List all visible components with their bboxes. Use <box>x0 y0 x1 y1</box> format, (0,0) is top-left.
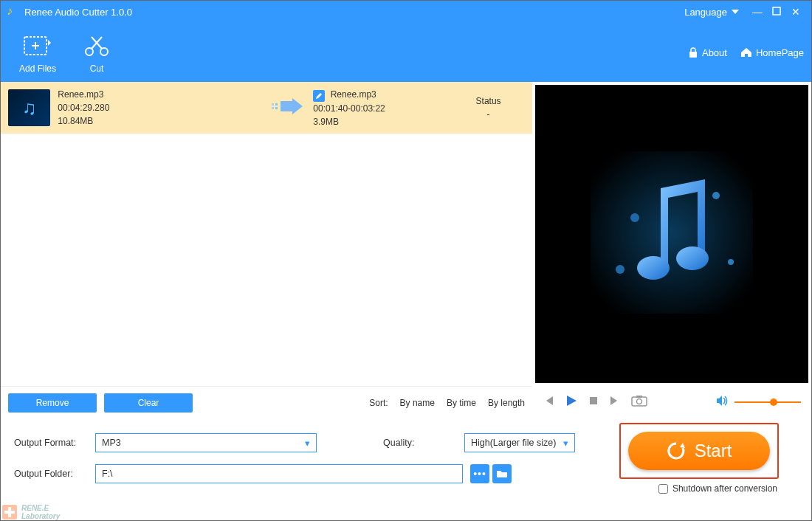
refresh-icon <box>667 441 686 460</box>
snapshot-button[interactable] <box>631 395 647 410</box>
start-highlight: Start <box>619 423 779 479</box>
add-files-button[interactable]: Add Files <box>8 31 67 74</box>
title-bar: Renee Audio Cutter 1.0.0 Language — ✕ <box>1 1 811 23</box>
quality-value: High(Larger file size) <box>471 438 556 448</box>
brand-line1: RENE.E <box>21 504 60 512</box>
remove-button[interactable]: Remove <box>8 393 97 413</box>
status-value: - <box>452 108 525 121</box>
svg-point-18 <box>637 399 642 404</box>
about-link[interactable]: About <box>688 46 727 58</box>
svg-rect-7 <box>272 107 274 109</box>
homepage-link[interactable]: HomePage <box>740 47 804 58</box>
svg-point-2 <box>86 48 93 55</box>
work-area: ♫ Renee.mp3 00:04:29.280 10.84MB Renee.m… <box>1 82 811 418</box>
shutdown-label: Shutdown after conversion <box>672 483 777 494</box>
prev-button[interactable] <box>543 395 554 410</box>
browse-button[interactable]: ••• <box>470 464 489 483</box>
status-header: Status <box>452 94 525 108</box>
chevron-down-icon <box>732 10 739 14</box>
output-file-name: Renee.mp3 <box>331 89 376 100</box>
open-folder-button[interactable] <box>492 464 512 483</box>
sort-controls: Sort: By name By time By length <box>369 398 525 408</box>
sort-by-name[interactable]: By name <box>400 398 435 408</box>
list-footer: Remove Clear Sort: By name By time By le… <box>1 386 532 418</box>
home-icon <box>740 47 752 58</box>
sort-label: Sort: <box>369 398 388 408</box>
close-button[interactable]: ✕ <box>786 6 805 18</box>
quality-combo[interactable]: High(Larger file size) ▾ <box>464 433 575 452</box>
file-list-pane: ♫ Renee.mp3 00:04:29.280 10.84MB Renee.m… <box>1 82 532 418</box>
brand-cross-icon <box>2 505 17 520</box>
svg-point-12 <box>616 265 625 274</box>
sort-by-length[interactable]: By length <box>488 398 525 408</box>
output-folder-input[interactable]: F:\ <box>95 464 463 483</box>
preview-pane <box>532 82 811 418</box>
source-file-size: 10.84MB <box>58 114 262 128</box>
svg-rect-4 <box>689 52 697 58</box>
next-button[interactable] <box>609 395 621 410</box>
svg-point-13 <box>728 259 734 265</box>
svg-rect-9 <box>591 151 753 314</box>
cut-button[interactable]: Cut <box>67 31 126 74</box>
svg-point-11 <box>712 192 720 199</box>
svg-point-14 <box>637 256 670 280</box>
file-thumbnail: ♫ <box>8 89 50 126</box>
svg-rect-19 <box>636 396 642 398</box>
sort-by-time[interactable]: By time <box>447 398 476 408</box>
brand-line2: Laboratory <box>21 512 60 520</box>
about-label: About <box>702 47 727 58</box>
preview-viewport <box>535 85 808 383</box>
svg-point-15 <box>676 246 709 270</box>
svg-rect-16 <box>590 397 597 404</box>
stop-button[interactable] <box>588 396 599 409</box>
cut-label: Cut <box>90 63 104 74</box>
maximize-button[interactable] <box>767 6 786 18</box>
output-file-size: 3.9MB <box>313 115 444 128</box>
language-dropdown[interactable]: Language <box>684 7 739 18</box>
music-note-icon: ♫ <box>22 97 37 120</box>
output-folder-value: F:\ <box>102 469 113 479</box>
play-button[interactable] <box>565 394 578 410</box>
start-button[interactable]: Start <box>628 432 770 470</box>
quality-label: Quality: <box>383 438 457 448</box>
homepage-label: HomePage <box>756 47 804 58</box>
output-format-combo[interactable]: MP3 ▾ <box>95 433 317 452</box>
volume-control[interactable] <box>715 395 801 410</box>
file-list-empty <box>1 134 532 386</box>
source-file-info: Renee.mp3 00:04:29.280 10.84MB <box>58 88 262 128</box>
preview-artwork <box>591 151 753 317</box>
output-file-range: 00:01:40-00:03:22 <box>313 102 444 115</box>
scissors-icon <box>82 31 111 61</box>
source-file-duration: 00:04:29.280 <box>58 101 262 114</box>
brand-watermark: RENE.E Laboratory <box>2 504 60 520</box>
clear-button[interactable]: Clear <box>104 393 193 413</box>
minimize-button[interactable]: — <box>748 6 767 18</box>
shutdown-check-input[interactable] <box>658 484 668 494</box>
output-format-label: Output Format: <box>14 438 88 448</box>
bottom-panel: Output Format: MP3 ▾ Quality: High(Large… <box>1 418 811 521</box>
add-files-icon <box>23 31 52 61</box>
toolbar: Add Files Cut About HomePage <box>1 23 811 82</box>
volume-slider[interactable] <box>734 401 801 403</box>
chevron-down-icon: ▾ <box>305 438 310 449</box>
file-row[interactable]: ♫ Renee.mp3 00:04:29.280 10.84MB Renee.m… <box>1 82 532 134</box>
svg-point-10 <box>630 213 639 222</box>
lock-icon <box>688 46 698 58</box>
svg-rect-0 <box>773 7 780 15</box>
start-label: Start <box>695 441 732 461</box>
shutdown-checkbox[interactable]: Shutdown after conversion <box>658 483 777 494</box>
toolbar-links: About HomePage <box>688 46 804 58</box>
output-format-value: MP3 <box>102 438 121 448</box>
svg-rect-8 <box>275 107 278 109</box>
source-file-name: Renee.mp3 <box>58 88 262 101</box>
svg-point-3 <box>100 48 108 55</box>
app-logo-icon <box>7 6 18 18</box>
edit-icon[interactable] <box>313 90 325 102</box>
add-files-label: Add Files <box>19 63 56 74</box>
svg-rect-5 <box>272 103 274 106</box>
svg-rect-6 <box>275 103 278 106</box>
app-title: Renee Audio Cutter 1.0.0 <box>24 7 684 18</box>
arrow-icon <box>269 97 306 118</box>
chevron-down-icon: ▾ <box>563 438 568 449</box>
status-column: Status - <box>452 94 525 121</box>
